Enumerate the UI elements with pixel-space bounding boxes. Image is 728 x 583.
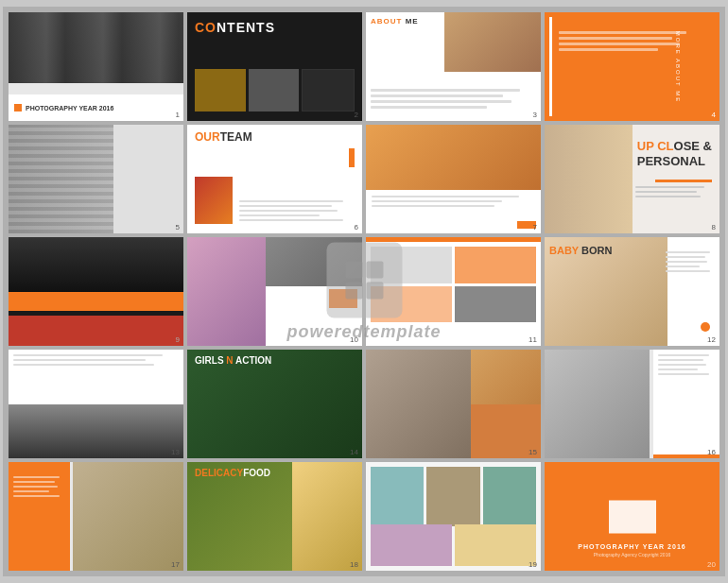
slide-4-bar: [549, 17, 552, 116]
slide-15-right: [471, 350, 541, 458]
slide-8[interactable]: UP CLOSE &PERSONAL 8: [545, 125, 719, 233]
slide-20-title: PHOTOGRAPHY YEAR 2016: [545, 543, 719, 550]
slide-6-text: [239, 200, 355, 224]
slide-6-number: 6: [355, 223, 358, 231]
slide-15-image: [366, 350, 471, 458]
slide-14-title: GIRLS N ACTION: [195, 355, 271, 366]
slide-13-number: 13: [171, 448, 180, 456]
slide-9-number: 9: [176, 335, 180, 344]
slide-14-image: [187, 350, 362, 458]
slide-17[interactable]: 17: [9, 462, 183, 571]
slide-4-number: 4: [712, 111, 716, 119]
slide-13-image: [9, 404, 183, 459]
slide-8-accent: [655, 180, 712, 182]
slide-12-dot: [701, 322, 710, 332]
slide-11[interactable]: 11: [366, 237, 541, 346]
slide-10-number: 10: [350, 335, 358, 344]
slide-16-image: [545, 350, 650, 458]
slide-18-image: [292, 462, 362, 571]
slide-11-accent: [366, 237, 541, 242]
slide-12-text: [666, 251, 715, 332]
slide-2-title: CONTENTS: [195, 20, 275, 35]
slide-6[interactable]: OURTEAM 6: [187, 125, 362, 233]
slide-9-image: [9, 237, 183, 292]
slide-3-number: 3: [533, 111, 537, 119]
slide-15[interactable]: 15: [366, 350, 541, 458]
slide-9-bottom: [9, 316, 183, 346]
slide-2[interactable]: CONTENTS 2: [187, 12, 362, 121]
slide-14[interactable]: GIRLS N ACTION 14: [187, 350, 362, 458]
slide-2-images: [195, 69, 355, 111]
slide-20-number: 20: [707, 560, 716, 569]
slide-7-image: [366, 125, 541, 190]
slide-18[interactable]: DELICACYFOOD 18: [187, 462, 362, 571]
slide-12-number: 12: [707, 335, 716, 344]
slide-13[interactable]: 13: [9, 350, 183, 458]
slide-3-image: [444, 12, 541, 72]
slide-10-image: [187, 237, 266, 346]
slide-16-number: 16: [707, 448, 716, 456]
slide-19-top-images: [371, 467, 536, 526]
slide-4[interactable]: MORE ABOUT ME 4: [545, 12, 719, 121]
slide-5-image: [9, 125, 113, 233]
slide-grid: PHOTOGRAPHY YEAR 2016 1 CONTENTS 2 ABOUT…: [3, 7, 725, 576]
slide-17-number: 17: [171, 560, 180, 569]
slide-20-logo: [609, 500, 656, 533]
slide-13-text: [13, 354, 179, 369]
slide-14-number: 14: [350, 448, 358, 456]
slide-4-vert-text: MORE ABOUT ME: [676, 30, 682, 103]
slide-8-number: 8: [712, 223, 716, 231]
slide-1-number: 1: [176, 111, 180, 119]
slide-12-title: BABY BORN: [549, 245, 612, 256]
slide-9-accent: [9, 292, 183, 311]
slide-5-number: 5: [176, 223, 180, 231]
slide-20-subtitle: Photography Agency Copyright 2016: [545, 552, 719, 557]
slide-9[interactable]: 9: [9, 237, 183, 346]
slide-6-title: OURTEAM: [195, 130, 252, 144]
slide-8-title: UP CLOSE &PERSONAL: [637, 139, 712, 168]
slide-1[interactable]: PHOTOGRAPHY YEAR 2016 1: [9, 12, 183, 121]
slide-2-number: 2: [355, 111, 358, 119]
slide-1-title: PHOTOGRAPHY YEAR 2016: [26, 105, 113, 111]
slide-3-text: [371, 89, 536, 111]
slide-16-text: [653, 350, 719, 458]
slide-8-text: [635, 186, 712, 200]
slide-19-number: 19: [529, 560, 537, 569]
orange-accent-1: [14, 104, 22, 111]
slide-7-number: 7: [533, 223, 537, 231]
slide-19-bottom-images: [371, 524, 536, 566]
slide-10[interactable]: 10: [187, 237, 362, 346]
slide-5[interactable]: 5: [9, 125, 183, 233]
slide-12[interactable]: BABY BORN 12: [545, 237, 719, 346]
slide-8-image: [545, 125, 633, 233]
slide-3-title: ABOUT ME: [371, 17, 419, 26]
slide-11-images: [371, 247, 536, 322]
slide-3[interactable]: ABOUT ME 3: [366, 12, 541, 121]
slide-6-image: [195, 177, 233, 224]
slide-11-number: 11: [529, 335, 537, 344]
slide-10-right: [266, 237, 362, 346]
slide-18-number: 18: [350, 560, 358, 569]
slide-7-text: [366, 192, 541, 233]
slide-17-text: [9, 462, 70, 571]
slide-16[interactable]: 16: [545, 350, 719, 458]
slide-18-title: DELICACYFOOD: [195, 468, 270, 478]
slide-19[interactable]: 19: [366, 462, 541, 571]
slide-7[interactable]: 7: [366, 125, 541, 233]
slide-15-number: 15: [529, 448, 537, 456]
slide-20[interactable]: PHOTOGRAPHY YEAR 2016 Photography Agency…: [545, 462, 719, 571]
slide-6-accent: [349, 148, 355, 167]
slide-17-image: [73, 462, 183, 571]
